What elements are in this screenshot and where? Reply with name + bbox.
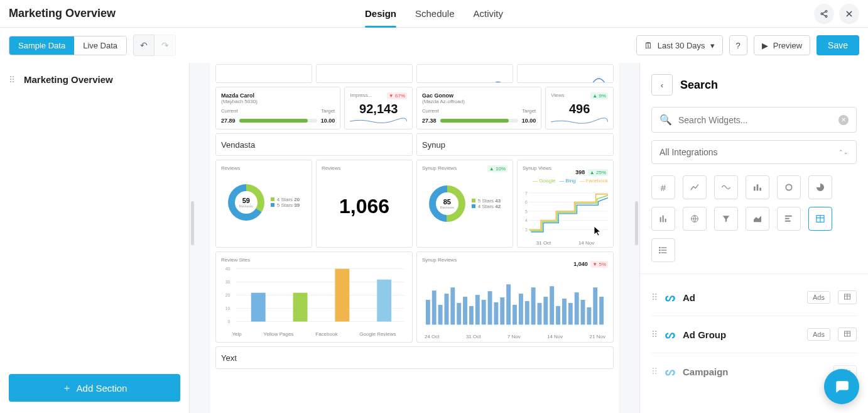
svg-rect-66	[665, 219, 666, 222]
redo-button[interactable]: ↷	[155, 35, 176, 56]
drag-handle-icon[interactable]: ⠿	[651, 329, 658, 339]
date-range-button[interactable]: 🗓 Last 30 Days ▾	[636, 35, 723, 55]
sparkline-chart	[350, 116, 407, 125]
table-icon	[844, 330, 851, 338]
widget-synup-reviews-bar[interactable]: Synup Reviews 1,040 ▼ 5%	[416, 251, 614, 343]
scrollbar[interactable]	[635, 201, 638, 245]
widget-label: Review Sites	[221, 257, 407, 263]
type-donut-button[interactable]	[777, 175, 801, 199]
save-button[interactable]: Save	[816, 35, 859, 55]
section-name[interactable]: Marketing Overview	[24, 74, 113, 85]
type-geo-button[interactable]	[683, 207, 707, 231]
svg-rect-51	[550, 286, 554, 324]
widget-label: Synup Reviews	[422, 257, 457, 268]
type-line-button[interactable]	[683, 175, 707, 199]
widget-item-adgroup[interactable]: ⠿ ᔕ Ad Group Ads	[651, 316, 857, 353]
widget-card[interactable]	[316, 64, 413, 83]
drag-handle-icon[interactable]: ⠿	[9, 75, 15, 85]
svg-rect-44	[506, 284, 511, 324]
svg-text:30: 30	[225, 280, 231, 284]
type-list-button[interactable]	[651, 238, 675, 262]
type-area-button[interactable]	[746, 207, 769, 231]
widget-impressions[interactable]: Impress... ▼ 67% 92,143	[344, 87, 413, 129]
value-target: 10.00	[522, 118, 536, 124]
type-column-button[interactable]	[651, 207, 675, 231]
back-button[interactable]: ‹	[651, 74, 673, 96]
svg-point-77	[659, 247, 660, 248]
clear-button[interactable]: ✕	[838, 115, 849, 125]
widget-reviews-donut[interactable]: Reviews 59Reviews 4 Stars 20 5 Stars 39	[215, 160, 312, 248]
svg-text:40: 40	[225, 267, 231, 271]
share-icon	[820, 9, 828, 18]
hbar-icon	[784, 214, 794, 224]
type-sparkline-button[interactable]	[714, 175, 738, 199]
widget-mazda[interactable]: Mazda Carol (Maybach 5830) Current Targe…	[215, 87, 340, 129]
section-vendasta[interactable]: Vendasta	[215, 133, 413, 156]
type-funnel-button[interactable]	[714, 207, 738, 231]
svg-rect-60	[754, 187, 756, 191]
widget-synup-reviews-donut[interactable]: Synup Reviews ▲ 10% 85Reviews 5 Stars 43…	[416, 160, 513, 248]
drag-handle-icon[interactable]: ⠿	[651, 366, 658, 377]
widget-review-sites[interactable]: Review Sites 403020100 Yelp Yellow Pages…	[215, 251, 413, 343]
type-table-button[interactable]	[808, 207, 832, 231]
axis-label: Yelp	[232, 331, 241, 337]
integrations-dropdown[interactable]: All Integrations ⌃⌄	[651, 140, 857, 164]
svg-point-78	[659, 250, 660, 250]
sample-data-button[interactable]: Sample Data	[9, 36, 74, 55]
stat-value: 92,143	[350, 102, 407, 116]
widget-item-ad[interactable]: ⠿ ᔕ Ad Ads	[651, 279, 857, 316]
close-button[interactable]	[839, 4, 859, 24]
type-bar-button[interactable]	[746, 175, 769, 199]
help-button[interactable]: ?	[729, 35, 747, 55]
widget-title: Gac Gonow	[422, 92, 536, 99]
sparkline-chart	[551, 116, 608, 125]
svg-rect-47	[525, 301, 529, 324]
scrollbar[interactable]	[191, 201, 194, 245]
section-synup[interactable]: Synup	[416, 133, 614, 156]
svg-line-4	[823, 14, 826, 16]
widget-reviews-big[interactable]: Reviews 1,066	[316, 160, 413, 248]
tag-ads[interactable]: Ads	[807, 291, 830, 304]
tab-activity[interactable]: Activity	[474, 1, 504, 26]
axis-label: 31 Oct	[466, 334, 481, 339]
widget-card[interactable]	[416, 64, 513, 83]
live-data-button[interactable]: Live Data	[74, 36, 126, 55]
tag-table[interactable]	[838, 328, 857, 341]
section-yext[interactable]: Yext	[215, 346, 614, 369]
widget-card[interactable]	[215, 64, 312, 83]
data-toggle: Sample Data Live Data	[9, 36, 127, 55]
chat-button[interactable]	[824, 369, 859, 404]
pie-icon	[815, 182, 825, 192]
svg-rect-33	[438, 305, 443, 325]
svg-rect-62	[759, 188, 761, 191]
svg-rect-53	[562, 299, 567, 324]
type-hbar-button[interactable]	[777, 207, 801, 231]
wave-icon	[721, 182, 731, 192]
dropdown-label: All Integrations	[659, 147, 718, 157]
tag-table[interactable]	[838, 290, 857, 304]
widget-card[interactable]	[517, 64, 614, 83]
undo-icon: ↶	[140, 40, 148, 50]
axis-label: Yellow Pages	[264, 331, 294, 337]
widget-label: Reviews	[221, 165, 307, 171]
drag-handle-icon[interactable]: ⠿	[651, 292, 658, 302]
widget-gac[interactable]: Gac Gonow (Mazda Az-offroad) Current Tar…	[416, 87, 541, 129]
search-input[interactable]	[678, 115, 832, 125]
add-section-button[interactable]: ＋ Add Section	[9, 374, 180, 402]
preview-button[interactable]: ▶ Preview	[754, 35, 810, 55]
svg-rect-39	[475, 295, 480, 324]
tab-design[interactable]: Design	[365, 1, 396, 26]
share-button[interactable]	[814, 4, 834, 24]
svg-text:0: 0	[228, 319, 231, 324]
widget-views[interactable]: Views ▲ 9% 496	[545, 87, 614, 129]
svg-rect-70	[785, 221, 791, 222]
stat-value: 1,040	[573, 261, 588, 267]
label-current: Current	[221, 108, 238, 114]
svg-rect-41	[488, 291, 492, 324]
tag-ads[interactable]: Ads	[807, 328, 830, 341]
undo-button[interactable]: ↶	[133, 35, 155, 56]
type-number-button[interactable]: #	[651, 175, 675, 199]
stat-value: 398	[575, 169, 585, 175]
type-pie-button[interactable]	[808, 175, 832, 199]
tab-schedule[interactable]: Schedule	[415, 1, 455, 26]
